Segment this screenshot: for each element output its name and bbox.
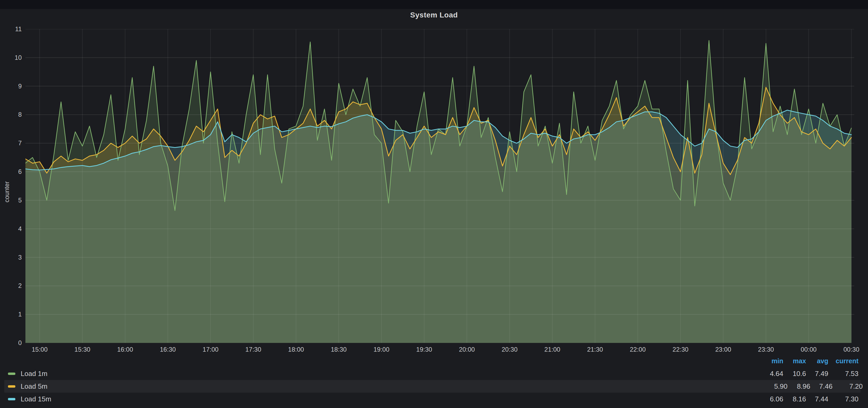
plot-area[interactable]: [25, 29, 854, 343]
x-tick-label: 18:00: [278, 346, 315, 353]
x-tick-label: 21:00: [534, 346, 571, 353]
x-tick-label: 19:00: [363, 346, 400, 353]
screen: System Load counter 01234567891011 15:00…: [0, 0, 868, 408]
y-tick-label: 5: [0, 197, 22, 204]
stat-current: 7.20: [823, 380, 863, 393]
legend-series-label[interactable]: Load 15m: [21, 393, 51, 405]
x-tick-label: 20:30: [491, 346, 528, 353]
y-tick-label: 9: [0, 82, 22, 90]
legend-row-load-15m[interactable]: Load 15m6.068.167.447.30: [0, 393, 868, 405]
stat-current: 7.53: [819, 367, 859, 380]
x-tick-label: 22:00: [619, 346, 656, 353]
x-tick-label: 22:30: [662, 346, 699, 353]
legend: minmaxavgcurrentLoad 1m4.6410.67.497.53L…: [0, 354, 868, 405]
stat-current: 7.30: [819, 393, 859, 405]
legend-series-label[interactable]: Load 5m: [21, 380, 48, 393]
x-tick-label: 21:30: [577, 346, 614, 353]
x-tick-label: 18:30: [320, 346, 357, 353]
y-tick-label: 3: [0, 254, 22, 261]
y-tick-label: 8: [0, 111, 22, 118]
x-tick-label: 17:30: [235, 346, 272, 353]
legend-swatch-icon[interactable]: [8, 373, 16, 375]
panel-title[interactable]: System Load: [0, 9, 868, 21]
x-tick-label: 17:00: [192, 346, 229, 353]
legend-series-label[interactable]: Load 1m: [21, 367, 48, 380]
x-tick-label: 23:30: [747, 346, 784, 353]
x-tick-label: 15:00: [21, 346, 58, 353]
x-tick-label: 16:00: [106, 346, 144, 353]
legend-header-row: minmaxavgcurrent: [0, 354, 868, 367]
legend-swatch-icon[interactable]: [8, 398, 16, 400]
y-tick-label: 4: [0, 225, 22, 233]
x-tick-label: 19:30: [406, 346, 443, 353]
y-tick-label: 1: [0, 311, 22, 318]
chart-svg[interactable]: [25, 29, 854, 343]
y-tick-label: 2: [0, 282, 22, 290]
top-bar: [0, 0, 868, 9]
x-tick-label: 00:30: [833, 346, 868, 353]
x-tick-label: 23:00: [705, 346, 742, 353]
y-tick-label: 7: [0, 139, 22, 147]
y-tick-label: 6: [0, 168, 22, 175]
x-tick-label: 15:30: [64, 346, 101, 353]
x-tick-label: 20:00: [448, 346, 485, 353]
x-tick-label: 00:00: [790, 346, 827, 353]
legend-swatch-icon[interactable]: [8, 385, 16, 387]
y-tick-label: 10: [0, 54, 22, 61]
graph-panel: System Load counter 01234567891011 15:00…: [0, 9, 868, 408]
legend-row-load-1m[interactable]: Load 1m4.6410.67.497.53: [0, 367, 868, 380]
x-tick-label: 16:30: [149, 346, 186, 353]
legend-column-header-current[interactable]: current: [819, 354, 859, 367]
y-tick-label: 11: [0, 25, 22, 33]
legend-row-load-5m[interactable]: Load 5m5.908.967.467.20: [4, 380, 861, 393]
y-tick-label: 0: [0, 339, 22, 347]
